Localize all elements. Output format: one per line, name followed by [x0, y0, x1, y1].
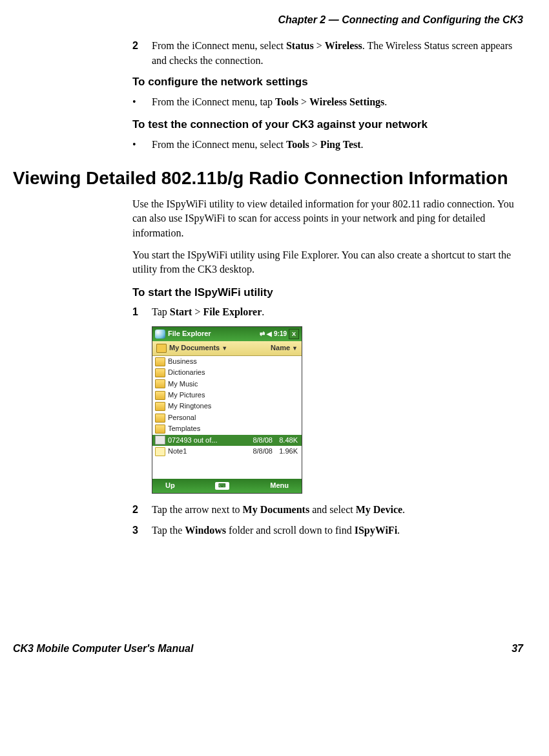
step-number: 2 [132, 39, 138, 53]
keyboard-icon[interactable]: ⌨ [215, 482, 229, 490]
file-size: 8.48K [273, 436, 299, 445]
folder-row[interactable]: Business [152, 356, 302, 367]
clock: 9:19 [274, 330, 287, 339]
subheading-test: To test the connection of your CK3 again… [132, 117, 523, 132]
page-footer: CK3 Mobile Computer User's Manual 37 [13, 642, 523, 656]
path-dropdown[interactable]: My Documents▼ [169, 343, 227, 353]
folder-icon [155, 357, 165, 366]
file-name: Note1 [168, 446, 239, 456]
bullet-text: From the iConnect menu, tap Tools > Wire… [152, 96, 387, 107]
windows-logo-icon[interactable] [155, 330, 165, 339]
bullet-marker: • [132, 138, 136, 152]
menu-button[interactable]: Menu [270, 481, 289, 490]
step-number: 3 [132, 523, 138, 538]
folder-icon [155, 402, 165, 411]
step-3: 3 Tap the Windows folder and scroll down… [132, 523, 523, 538]
folder-icon [155, 379, 165, 388]
folder-icon [155, 425, 165, 434]
folder-open-icon [156, 344, 167, 353]
footer-manual-title: CK3 Mobile Computer User's Manual [13, 642, 193, 656]
folder-icon [155, 391, 165, 400]
volume-icon: ◀ [267, 330, 272, 339]
step-1: 1 Tap Start > File Explorer. [132, 305, 523, 319]
folder-row[interactable]: My Ringtones [152, 401, 302, 412]
file-explorer-screenshot: File Explorer ⇄ ◀ 9:19 X My Documents▼ N… [152, 326, 302, 494]
bullet-marker: • [132, 95, 136, 109]
step-number: 1 [132, 305, 138, 319]
chevron-down-icon: ▼ [292, 345, 298, 352]
chevron-down-icon: ▼ [222, 345, 227, 352]
subheading-start-ispywifi: To start the ISpyWiFi utility [132, 285, 523, 300]
bullet-configure: • From the iConnect menu, tap Tools > Wi… [132, 95, 523, 109]
subheading-configure: To configure the network settings [132, 74, 523, 90]
status-icons: ⇄ ◀ 9:19 [260, 330, 287, 339]
file-date: 8/8/08 [239, 436, 273, 445]
paragraph-1: Use the ISpyWiFi utility to view detaile… [132, 197, 523, 240]
document-icon [155, 436, 165, 445]
folder-row[interactable]: My Pictures [152, 390, 302, 401]
chapter-header: Chapter 2 — Connecting and Configuring t… [13, 13, 523, 27]
bullet-text: From the iConnect menu, select Tools > P… [152, 139, 364, 150]
footer-page-number: 37 [512, 642, 523, 656]
step-text: Tap the Windows folder and scroll down t… [152, 525, 400, 536]
bottom-bar: Up ⌨ Menu [152, 479, 302, 493]
file-row[interactable]: Note1 8/8/08 1.96K [152, 446, 302, 457]
file-size: 1.96K [273, 446, 299, 456]
window-title: File Explorer [168, 329, 211, 339]
step-number: 2 [132, 503, 138, 517]
folder-row[interactable]: Dictionaries [152, 367, 302, 378]
path-toolbar: My Documents▼ Name▼ [152, 341, 302, 356]
file-date: 8/8/08 [239, 446, 273, 456]
folder-row[interactable]: My Music [152, 379, 302, 390]
file-row-selected[interactable]: 072493 out of... 8/8/08 8.48K [152, 435, 302, 446]
folder-row[interactable]: Personal [152, 412, 302, 423]
paragraph-2: You start the ISpyWiFi utility using Fil… [132, 248, 523, 277]
folder-icon [155, 414, 165, 423]
connectivity-icon: ⇄ [260, 330, 265, 339]
sort-dropdown[interactable]: Name▼ [271, 343, 298, 353]
note-icon [155, 447, 165, 456]
step-text: Tap the arrow next to My Documents and s… [152, 504, 405, 515]
up-button[interactable]: Up [165, 481, 175, 490]
step-2-top: 2 From the iConnect menu, select Status … [132, 39, 523, 68]
file-name: 072493 out of... [168, 436, 239, 445]
bullet-test: • From the iConnect menu, select Tools >… [132, 138, 523, 152]
window-titlebar: File Explorer ⇄ ◀ 9:19 X [152, 327, 302, 341]
step-2-bottom: 2 Tap the arrow next to My Documents and… [132, 503, 523, 517]
step-text: From the iConnect menu, select Status > … [152, 40, 512, 65]
folder-row[interactable]: Templates [152, 423, 302, 434]
folder-icon [155, 368, 165, 377]
file-list[interactable]: Business Dictionaries My Music My Pictur… [152, 356, 302, 479]
section-title: Viewing Detailed 802.11b/g Radio Connect… [13, 165, 523, 191]
close-button[interactable]: X [289, 329, 299, 339]
step-text: Tap Start > File Explorer. [152, 306, 264, 317]
